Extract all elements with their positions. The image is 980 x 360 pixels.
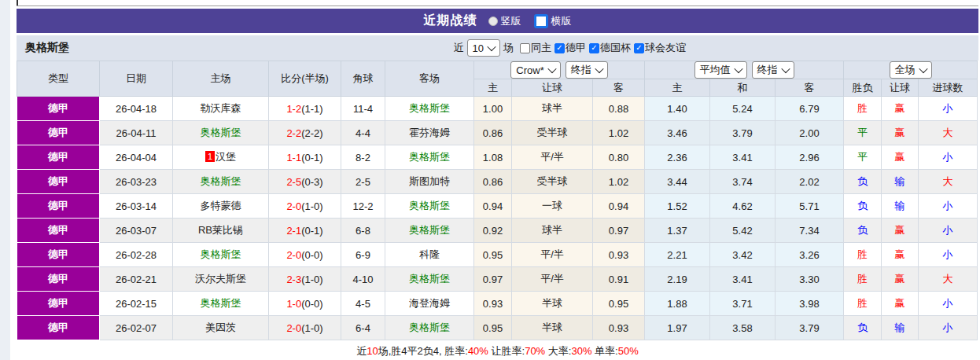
league-cell: 德甲 (17, 243, 100, 267)
table-row: 德甲26-03-14多特蒙德2-0(1-0)12-2奥格斯堡0.94一球0.94… (17, 194, 978, 219)
result-handicap-cell: 输 (882, 316, 919, 340)
euro-away-odds-cell: 3.98 (776, 292, 844, 316)
result-goals-cell: 大 (919, 267, 978, 292)
full-match-select[interactable]: 全场 (890, 61, 932, 79)
score-cell: 2-5(0-3) (269, 170, 341, 194)
result-goals-cell-text: 小 (943, 102, 953, 114)
checkbox-same-home-label: 同主 (531, 41, 551, 55)
asian-away-odds-cell-text: 0.93 (609, 249, 628, 261)
away-team-cell-text: 海登海姆 (409, 297, 450, 309)
summary-bar: 近10场,胜4平2负4, 胜率:40% 让胜率:70% 大率:30% 单率:50… (17, 340, 978, 360)
result-handicap-cell: 赢 (882, 145, 919, 170)
away-team-cell-text: 科隆 (419, 248, 440, 260)
league-cell-text: 德甲 (48, 297, 68, 309)
checkbox-bundesliga-label: 德甲 (566, 41, 586, 55)
result-wdl-cell: 平 (844, 121, 882, 145)
asian-home-odds-cell: 0.86 (474, 170, 512, 194)
euro-odds-time-select[interactable]: 终指 (752, 61, 794, 79)
result-handicap-cell-text: 赢 (895, 151, 905, 163)
asian-away-odds-cell: 0.88 (593, 97, 645, 121)
corners-cell-text: 4-5 (356, 298, 370, 310)
home-team-name: RB莱比锡 (198, 224, 243, 236)
euro-source-select[interactable]: 平均值 (694, 61, 747, 79)
euro-draw-odds-cell-text: 4.62 (732, 200, 752, 212)
euro-home-odds-cell-text: 3.46 (667, 127, 687, 139)
halftime-score: (0-1) (301, 152, 322, 163)
league-cell-text: 德甲 (48, 248, 68, 260)
euro-draw-odds-cell: 4.62 (710, 194, 776, 219)
result-goals-cell-text: 小 (943, 200, 953, 211)
euro-draw-odds-cell-text: 5.24 (732, 103, 752, 115)
league-cell-text: 德甲 (48, 127, 68, 138)
team-name: 奥格斯堡 (17, 41, 69, 55)
subcol-handicap-result: 让球 (882, 79, 919, 97)
result-wdl-cell-text: 负 (857, 175, 868, 187)
fulltime-score: 2-0 (286, 249, 301, 261)
radio-horizontal-layout[interactable]: 横版 (534, 14, 572, 28)
summary-segment: 10 (367, 345, 378, 357)
section-header: 近期战绩 竖版 横版 (17, 9, 978, 33)
home-team-name: 沃尔夫斯堡 (195, 273, 246, 285)
euro-draw-odds-cell: 3.58 (710, 316, 776, 340)
result-goals-cell: 小 (919, 145, 978, 170)
away-team-cell-text: 奥格斯堡 (409, 102, 450, 114)
asian-away-odds-cell-text: 0.93 (609, 322, 628, 334)
radio-button-selected-icon[interactable] (534, 14, 548, 28)
checkbox-icon[interactable] (520, 43, 530, 53)
halftime-score: (1-0) (301, 322, 322, 334)
corners-cell: 6-9 (341, 243, 385, 267)
asian-away-odds-cell-text: 0.88 (609, 103, 628, 115)
away-team-cell-text: 奥格斯堡 (409, 151, 450, 163)
euro-draw-odds-cell: 5.42 (710, 219, 776, 243)
result-wdl-cell-text: 胜 (857, 297, 868, 309)
subcol-goals: 进球数 (919, 79, 978, 97)
fulltime-score: 2-3 (286, 274, 301, 285)
radio-vertical-label: 竖版 (501, 14, 521, 28)
away-team-cell-text: 奥格斯堡 (409, 200, 450, 211)
checkbox-same-home[interactable]: 同主 (520, 41, 551, 55)
euro-away-odds-cell-text: 7.34 (799, 225, 819, 237)
euro-away-odds-cell-text: 3.26 (799, 249, 819, 261)
asian-odds-group-header: Crow* 终指 (474, 61, 645, 79)
checkbox-checked-icon[interactable]: ✓ (589, 43, 599, 53)
result-group-header: 全场 (844, 61, 978, 79)
summary-segment: 30% (571, 345, 591, 357)
checkbox-bundesliga[interactable]: ✓ 德甲 (554, 41, 586, 55)
result-goals-cell-text: 小 (943, 297, 953, 309)
checkbox-checked-icon[interactable]: ✓ (554, 43, 565, 53)
euro-away-odds-cell-text: 6.79 (799, 103, 819, 115)
date-cell: 26-04-18 (100, 97, 173, 121)
result-wdl-cell: 胜 (844, 292, 882, 316)
handicap-cell: 平/半 (512, 267, 593, 292)
corners-cell-text: 4-10 (352, 274, 373, 285)
checkbox-german-cup[interactable]: ✓ 德国杯 (589, 41, 631, 55)
date-cell-text: 26-04-18 (116, 103, 157, 115)
checkbox-club-friendly[interactable]: ✓ 球会友谊 (634, 41, 686, 55)
euro-home-odds-cell-text: 1.37 (667, 225, 687, 237)
euro-draw-odds-cell-text: 3.41 (732, 152, 752, 163)
table-row: 德甲26-04-041汉堡1-1(0-1)8-2奥格斯堡1.08平/半0.802… (17, 145, 978, 170)
bookmaker-select[interactable]: Crow* (510, 61, 560, 79)
corners-cell: 12-2 (341, 194, 385, 219)
asian-odds-time-select[interactable]: 终指 (566, 61, 608, 79)
result-wdl-cell: 负 (844, 219, 882, 243)
games-count-select[interactable]: 10 (467, 39, 500, 57)
fulltime-score: 2-0 (286, 200, 301, 212)
summary-segment: 大率: (545, 345, 571, 357)
euro-draw-odds-cell: 3.79 (710, 121, 776, 145)
radio-button-icon[interactable] (488, 17, 498, 26)
asian-home-odds-cell: 0.93 (474, 292, 512, 316)
subcol-asian-home: 主 (474, 79, 512, 97)
top-strip (17, 0, 978, 9)
euro-draw-odds-cell-text: 3.42 (732, 249, 752, 261)
radio-vertical-layout[interactable]: 竖版 (488, 14, 521, 28)
fulltime-score: 2-2 (286, 127, 301, 139)
table-row: 德甲26-03-23奥格斯堡2-5(0-3)2-5斯图加特0.86受半球1.02… (17, 170, 978, 194)
fulltime-score: 2-0 (286, 322, 301, 334)
date-cell-text: 26-02-21 (116, 274, 157, 285)
result-handicap-cell-text: 赢 (895, 273, 905, 285)
checkbox-checked-icon[interactable]: ✓ (634, 43, 644, 53)
filter-controls: 近 10 场 同主 ✓ 德甲 ✓ 德国杯 ✓ 球会友谊 (454, 39, 686, 57)
corners-cell-text: 11-4 (353, 103, 373, 115)
result-handicap-cell-text: 输 (895, 200, 905, 211)
